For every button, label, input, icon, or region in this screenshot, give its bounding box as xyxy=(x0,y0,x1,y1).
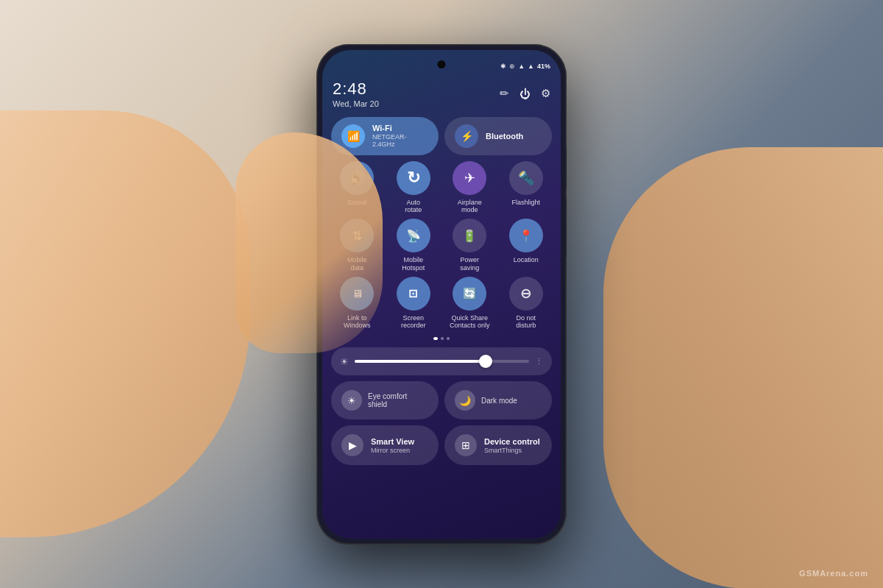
clock-time: 2:48 xyxy=(333,79,379,99)
dot-3 xyxy=(447,337,450,340)
connectivity-row: 📶 Wi-Fi NETGEAR-2.4GHz ⚡ Bluetooth xyxy=(331,117,552,155)
tile-sound-label: Sound xyxy=(347,199,366,207)
sound-icon: 🔊 xyxy=(340,161,374,195)
watermark: GSMArena.com xyxy=(799,569,868,578)
tile-screen-recorder[interactable]: ⊡ Screenrecorder xyxy=(388,277,440,330)
quick-panel: 2:48 Wed, Mar 20 ✏ ⏻ ⚙ 📶 xyxy=(322,77,561,539)
smart-view-icon: ▶ xyxy=(341,434,364,456)
tile-mobile-data-label: Mobiledata xyxy=(347,256,367,272)
brightness-fill xyxy=(355,360,486,363)
tile-auto-rotate[interactable]: ↻ Autorotate xyxy=(388,161,440,215)
scene: ✱ ⊕ ▲ ▲ 41% 2:48 Wed, Mar 20 ✏ xyxy=(0,0,883,588)
airplane-icon: ✈ xyxy=(453,161,486,195)
volume-button[interactable] xyxy=(566,199,567,258)
hotspot-icon: 📡 xyxy=(397,219,430,252)
device-control-tile[interactable]: ⊞ Device control SmartThings xyxy=(444,425,552,465)
bottom-tiles: ☀ Eye comfort shield 🌙 Dark mode xyxy=(331,381,552,419)
eye-comfort-tile[interactable]: ☀ Eye comfort shield xyxy=(331,381,439,419)
wifi-sub: NETGEAR-2.4GHz xyxy=(372,133,428,148)
phone-screen: ✱ ⊕ ▲ ▲ 41% 2:48 Wed, Mar 20 ✏ xyxy=(322,50,561,539)
smart-view-text: Smart View Mirror screen xyxy=(371,437,414,454)
tile-airplane[interactable]: ✈ Airplanemode xyxy=(444,161,496,215)
bluetooth-name: Bluetooth xyxy=(486,132,523,141)
battery-percentage: 41% xyxy=(537,63,550,70)
dark-mode-label: Dark mode xyxy=(481,397,517,405)
smart-view-name: Smart View xyxy=(371,437,414,446)
wifi-tile[interactable]: 📶 Wi-Fi NETGEAR-2.4GHz xyxy=(331,117,439,155)
tile-power-saving-label: Powersaving xyxy=(460,256,479,272)
mobile-data-icon: ⇅ xyxy=(340,219,374,252)
tile-airplane-label: Airplanemode xyxy=(458,199,482,215)
dot-2 xyxy=(441,337,444,340)
tile-dnd-label: Do notdisturb xyxy=(516,314,536,330)
nfc-status-icon: ⊕ xyxy=(509,63,515,70)
smart-view-tile[interactable]: ▶ Smart View Mirror screen xyxy=(331,425,439,465)
tile-sound[interactable]: 🔊 Sound xyxy=(331,161,383,215)
bluetooth-text: Bluetooth xyxy=(486,132,523,141)
time-date: 2:48 Wed, Mar 20 xyxy=(333,79,379,108)
edit-icon[interactable]: ✏ xyxy=(500,87,509,100)
camera-hole xyxy=(438,60,446,68)
power-icon[interactable]: ⏻ xyxy=(519,88,531,100)
flashlight-icon: 🔦 xyxy=(509,161,543,195)
tile-quick-share-label: Quick ShareContacts only xyxy=(450,314,490,330)
smart-row: ▶ Smart View Mirror screen ⊞ Device cont… xyxy=(331,425,552,465)
tile-screen-recorder-label: Screenrecorder xyxy=(401,314,426,330)
dnd-icon: ⊖ xyxy=(509,277,543,311)
bluetooth-status-icon: ✱ xyxy=(500,63,506,70)
device-control-name: Device control xyxy=(484,437,540,446)
tile-auto-rotate-label: Autorotate xyxy=(405,199,422,215)
dot-1 xyxy=(433,337,438,340)
device-control-text: Device control SmartThings xyxy=(484,437,540,454)
smart-view-sub: Mirror screen xyxy=(371,447,414,454)
bluetooth-icon-circle: ⚡ xyxy=(455,124,478,148)
wifi-text: Wi-Fi NETGEAR-2.4GHz xyxy=(372,124,428,148)
clock-date: Wed, Mar 20 xyxy=(333,99,379,108)
bluetooth-icon: ⚡ xyxy=(461,130,473,142)
location-icon: 📍 xyxy=(509,219,543,252)
eye-comfort-label: Eye comfort shield xyxy=(368,392,428,408)
auto-rotate-icon: ↻ xyxy=(397,161,430,195)
tile-quick-share[interactable]: 🔄 Quick ShareContacts only xyxy=(444,277,496,330)
tile-hotspot[interactable]: 📡 MobileHotspot xyxy=(388,219,440,272)
signal-status-icon: ▲ xyxy=(518,63,525,70)
tile-link-windows-label: Link toWindows xyxy=(344,314,371,330)
power-saving-icon: 🔋 xyxy=(453,219,486,252)
screen-recorder-icon: ⊡ xyxy=(397,277,430,311)
tile-power-saving[interactable]: 🔋 Powersaving xyxy=(444,219,496,272)
bixby-button[interactable] xyxy=(316,177,317,213)
quick-tiles-grid: 🔊 Sound ↻ Autorotate ✈ Airplanemode 🔦 Fl… xyxy=(331,161,552,330)
tile-dnd[interactable]: ⊖ Do notdisturb xyxy=(500,277,553,330)
brightness-icon: ☀ xyxy=(340,356,349,367)
dark-mode-tile[interactable]: 🌙 Dark mode xyxy=(444,381,552,419)
tile-hotspot-label: MobileHotspot xyxy=(402,256,425,272)
link-windows-icon: 🖥 xyxy=(340,277,374,311)
page-indicator xyxy=(331,336,552,341)
tile-flashlight-label: Flashlight xyxy=(511,199,540,207)
brightness-row[interactable]: ☀ ⋮ xyxy=(331,347,552,375)
tile-link-windows[interactable]: 🖥 Link toWindows xyxy=(331,277,383,330)
wifi-icon: 📶 xyxy=(347,130,360,142)
dark-mode-icon: 🌙 xyxy=(455,390,475,411)
top-row: 2:48 Wed, Mar 20 ✏ ⏻ ⚙ xyxy=(331,77,552,111)
tile-location-label: Location xyxy=(514,256,539,264)
phone-device: ✱ ⊕ ▲ ▲ 41% 2:48 Wed, Mar 20 ✏ xyxy=(316,44,567,545)
bluetooth-tile[interactable]: ⚡ Bluetooth xyxy=(444,117,552,155)
wifi-status-icon: ▲ xyxy=(528,63,534,70)
top-controls: ✏ ⏻ ⚙ xyxy=(500,87,550,100)
tile-location[interactable]: 📍 Location xyxy=(500,219,553,272)
tile-flashlight[interactable]: 🔦 Flashlight xyxy=(500,161,553,215)
wifi-name: Wi-Fi xyxy=(372,124,428,132)
device-control-icon: ⊞ xyxy=(455,434,477,456)
status-icons: ✱ ⊕ ▲ ▲ 41% xyxy=(500,63,550,70)
wifi-icon-circle: 📶 xyxy=(341,124,365,148)
brightness-thumb[interactable] xyxy=(479,355,492,368)
quick-share-icon: 🔄 xyxy=(453,277,486,311)
power-button[interactable] xyxy=(566,147,567,188)
brightness-track[interactable] xyxy=(355,360,529,363)
device-control-sub: SmartThings xyxy=(484,447,540,454)
settings-icon[interactable]: ⚙ xyxy=(541,87,550,100)
tile-mobile-data[interactable]: ⇅ Mobiledata xyxy=(331,219,383,272)
brightness-more-icon[interactable]: ⋮ xyxy=(535,357,543,366)
eye-comfort-icon: ☀ xyxy=(341,390,362,411)
